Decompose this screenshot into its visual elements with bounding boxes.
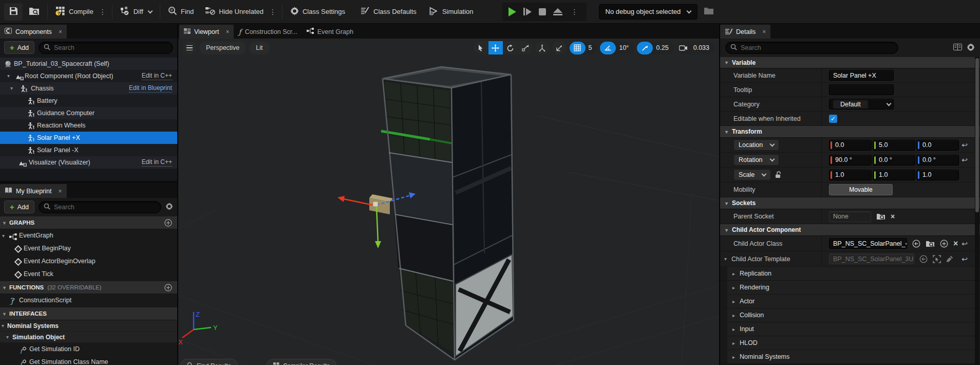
location-combo[interactable]: Location: [733, 139, 779, 151]
expander-arrow-icon[interactable]: ▾: [3, 311, 6, 317]
section-child-actor-component[interactable]: ▾Child Actor Component: [720, 224, 980, 236]
section-transform[interactable]: ▾Transform: [720, 126, 980, 138]
blueprint-list-item[interactable]: Event Tick: [0, 268, 177, 281]
hide-unrelated-kebab[interactable]: ⋮: [268, 8, 278, 16]
use-selected-asset-icon[interactable]: [919, 255, 928, 263]
blueprint-list-item[interactable]: ƒGet Simulation ID: [0, 343, 177, 356]
interface-group[interactable]: ▾Simulation Object: [0, 332, 177, 343]
socket-browse-icon[interactable]: [876, 213, 885, 220]
parent-socket-field[interactable]: None: [829, 211, 871, 222]
tab-viewport[interactable]: Viewport ×: [179, 25, 234, 39]
rotation-y-field[interactable]: 0.0 °: [873, 155, 915, 166]
expander-arrow-icon[interactable]: ▾: [6, 332, 9, 343]
perspective-dropdown[interactable]: Perspective: [199, 42, 246, 54]
rotate-tool[interactable]: [503, 41, 518, 54]
play-button[interactable]: [508, 7, 516, 16]
editable-checkbox[interactable]: ✓: [829, 115, 837, 123]
clear-class-icon[interactable]: ×: [953, 239, 958, 248]
expander-arrow-icon[interactable]: ▾: [3, 220, 6, 226]
class-settings-button[interactable]: Class Settings: [286, 3, 349, 21]
variable-name-field[interactable]: Solar Panel +X: [829, 70, 894, 81]
component-tree-item[interactable]: Battery: [0, 95, 177, 107]
my-blueprint-search-input[interactable]: [54, 204, 156, 211]
rotation-combo[interactable]: Rotation: [733, 154, 779, 166]
close-icon[interactable]: ×: [225, 28, 229, 35]
select-tool[interactable]: [474, 41, 488, 54]
lit-dropdown[interactable]: Lit: [249, 42, 269, 54]
section-variable[interactable]: ▾Variable: [720, 57, 980, 68]
browse-to-asset-icon[interactable]: [926, 240, 935, 247]
edit-link[interactable]: Edit in C++: [142, 158, 172, 167]
reset-rotation-button[interactable]: ↩: [962, 156, 968, 164]
3d-scene[interactable]: Z Y X: [178, 39, 719, 365]
move-tool[interactable]: [488, 41, 503, 54]
category-dropdown[interactable]: Default: [829, 99, 894, 110]
view-options-icon[interactable]: [953, 44, 962, 52]
close-icon[interactable]: ×: [59, 28, 62, 35]
expander-arrow-icon[interactable]: ▾: [3, 285, 6, 290]
frame-skip-button[interactable]: [523, 8, 532, 15]
hide-unrelated-button[interactable]: Hide Unrelated: [201, 3, 268, 21]
simulation-button[interactable]: Simulation: [425, 3, 478, 21]
viewport-menu-button[interactable]: [183, 41, 196, 54]
section-header-graphs[interactable]: ▾GRAPHS: [0, 216, 177, 229]
close-icon[interactable]: ×: [762, 28, 766, 35]
scrollbar-thumb[interactable]: [975, 58, 979, 212]
eyedropper-icon[interactable]: [946, 256, 953, 263]
section-sockets[interactable]: ▾Sockets: [720, 197, 980, 209]
plus-circle-icon[interactable]: [164, 219, 172, 228]
plus-circle-icon[interactable]: [940, 240, 948, 248]
lock-open-icon[interactable]: [775, 171, 781, 178]
location-x-field[interactable]: 0.0: [829, 140, 872, 151]
tab-details[interactable]: Details ×: [720, 25, 770, 39]
view-settings-gear-icon[interactable]: [165, 203, 173, 212]
rotation-x-field[interactable]: 90.0 °: [829, 155, 872, 166]
stop-button[interactable]: [539, 8, 546, 15]
diff-button[interactable]: Diff: [116, 3, 156, 21]
expander-arrow-icon[interactable]: ▾: [2, 229, 5, 242]
section-header-interfaces[interactable]: ▾INTERFACES: [0, 307, 177, 320]
expander-arrow-icon[interactable]: ▾: [2, 320, 4, 332]
plus-circle-icon[interactable]: [164, 284, 172, 293]
tab-compiler-results[interactable]: Compiler Results: [267, 359, 336, 365]
debug-browse-button[interactable]: [700, 3, 718, 21]
viewport[interactable]: Z Y X Perspective Lit: [178, 39, 719, 365]
my-blueprint-search[interactable]: [39, 201, 161, 213]
reset-location-button[interactable]: ↩: [962, 141, 968, 149]
details-section-replication[interactable]: ▸Replication: [720, 267, 980, 281]
details-section-actor[interactable]: ▸Actor: [720, 295, 980, 308]
details-search[interactable]: [725, 42, 898, 54]
play-options-kebab[interactable]: ⋮: [570, 8, 580, 16]
components-search[interactable]: [39, 42, 173, 54]
component-tree-item[interactable]: ▾ChassisEdit in Blueprint: [0, 82, 177, 95]
tooltip-field[interactable]: [829, 84, 894, 95]
world-local-toggle[interactable]: [552, 41, 567, 54]
components-search-input[interactable]: [54, 44, 168, 51]
compile-button[interactable]: ? Compile: [51, 3, 98, 21]
mobility-movable-button[interactable]: Movable: [829, 184, 893, 195]
component-tree-item[interactable]: Solar Panel -X: [0, 144, 177, 156]
details-section-collision[interactable]: ▸Collision: [720, 308, 980, 322]
tab-construction-script[interactable]: ƒ Construction Scr...: [234, 25, 301, 39]
child-actor-class-dropdown[interactable]: BP_NS_SC_SolarPanel_: [829, 238, 907, 249]
eject-button[interactable]: [553, 8, 562, 15]
component-tree-item[interactable]: ▾CRoot Component (Root Object)Edit in C+…: [0, 70, 177, 82]
reset-child-actor-template-button[interactable]: ↩: [962, 255, 968, 263]
details-section-nominal-systems[interactable]: ▸Nominal Systems: [720, 350, 980, 364]
blueprint-list-item[interactable]: ƒConstructionScript: [0, 294, 177, 307]
rotation-z-field[interactable]: 0.0 °: [916, 155, 959, 166]
edit-link[interactable]: Edit in C++: [142, 72, 172, 80]
compile-options-kebab[interactable]: ⋮: [98, 8, 108, 16]
use-selected-asset-icon[interactable]: [912, 240, 920, 248]
component-tree-item[interactable]: CVisualizer (Visualizer)Edit in C++: [0, 156, 177, 169]
reset-child-actor-class-button[interactable]: ↩: [962, 240, 968, 248]
select-object-icon[interactable]: [933, 255, 941, 263]
expander-arrow-icon[interactable]: ▾: [7, 70, 10, 82]
camera-speed-control[interactable]: 0.033: [677, 42, 714, 54]
tab-components[interactable]: Components ×: [0, 25, 67, 39]
tab-my-blueprint[interactable]: My Blueprint ×: [0, 184, 67, 198]
component-tree-item[interactable]: Guidance Computer: [0, 107, 177, 119]
details-settings-gear-icon[interactable]: [967, 43, 975, 53]
find-button[interactable]: Find: [164, 3, 198, 21]
details-section-input[interactable]: ▸Input: [720, 322, 980, 336]
